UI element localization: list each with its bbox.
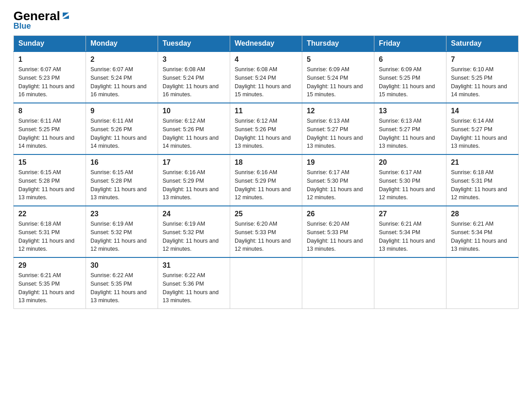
- day-info: Sunrise: 6:12 AMSunset: 5:26 PMDaylight:…: [163, 118, 219, 149]
- calendar-cell: 23 Sunrise: 6:19 AMSunset: 5:32 PMDaylig…: [86, 206, 158, 257]
- day-number: 2: [90, 56, 153, 64]
- logo: General Blue: [13, 9, 71, 31]
- day-number: 24: [163, 210, 225, 218]
- calendar-cell: [230, 257, 302, 309]
- calendar-cell: 20 Sunrise: 6:17 AMSunset: 5:30 PMDaylig…: [374, 154, 446, 206]
- day-info: Sunrise: 6:22 AMSunset: 5:36 PMDaylight:…: [163, 272, 219, 304]
- weekday-header: Thursday: [302, 36, 374, 52]
- weekday-header: Wednesday: [230, 36, 302, 52]
- day-number: 6: [379, 56, 442, 64]
- day-info: Sunrise: 6:22 AMSunset: 5:35 PMDaylight:…: [90, 272, 146, 304]
- calendar-cell: 28 Sunrise: 6:21 AMSunset: 5:34 PMDaylig…: [446, 206, 519, 257]
- calendar-cell: 11 Sunrise: 6:12 AMSunset: 5:26 PMDaylig…: [230, 103, 302, 154]
- calendar-cell: 7 Sunrise: 6:10 AMSunset: 5:25 PMDayligh…: [446, 51, 519, 103]
- day-info: Sunrise: 6:17 AMSunset: 5:30 PMDaylight:…: [307, 169, 363, 201]
- calendar-cell: [446, 257, 519, 309]
- calendar-cell: 18 Sunrise: 6:16 AMSunset: 5:29 PMDaylig…: [230, 154, 302, 206]
- day-info: Sunrise: 6:20 AMSunset: 5:33 PMDaylight:…: [235, 221, 291, 252]
- calendar-cell: 3 Sunrise: 6:08 AMSunset: 5:24 PMDayligh…: [158, 51, 230, 103]
- calendar-cell: 12 Sunrise: 6:13 AMSunset: 5:27 PMDaylig…: [302, 103, 374, 154]
- calendar-cell: 24 Sunrise: 6:19 AMSunset: 5:32 PMDaylig…: [158, 206, 230, 257]
- day-info: Sunrise: 6:21 AMSunset: 5:35 PMDaylight:…: [18, 272, 74, 304]
- calendar-cell: 26 Sunrise: 6:20 AMSunset: 5:33 PMDaylig…: [302, 206, 374, 257]
- calendar-cell: 4 Sunrise: 6:08 AMSunset: 5:24 PMDayligh…: [230, 51, 302, 103]
- day-number: 5: [307, 56, 369, 64]
- calendar-cell: 16 Sunrise: 6:15 AMSunset: 5:28 PMDaylig…: [86, 154, 158, 206]
- day-info: Sunrise: 6:18 AMSunset: 5:31 PMDaylight:…: [451, 169, 507, 201]
- day-number: 1: [18, 56, 81, 64]
- day-number: 28: [451, 210, 514, 218]
- calendar-cell: 8 Sunrise: 6:11 AMSunset: 5:25 PMDayligh…: [14, 103, 86, 154]
- day-number: 16: [90, 158, 153, 167]
- day-number: 25: [235, 210, 297, 218]
- day-info: Sunrise: 6:13 AMSunset: 5:27 PMDaylight:…: [379, 118, 435, 149]
- calendar-cell: 5 Sunrise: 6:09 AMSunset: 5:24 PMDayligh…: [302, 51, 374, 103]
- day-info: Sunrise: 6:09 AMSunset: 5:25 PMDaylight:…: [379, 66, 435, 98]
- day-info: Sunrise: 6:17 AMSunset: 5:30 PMDaylight:…: [379, 169, 435, 201]
- day-info: Sunrise: 6:14 AMSunset: 5:27 PMDaylight:…: [451, 118, 507, 149]
- calendar-header-row: SundayMondayTuesdayWednesdayThursdayFrid…: [14, 36, 519, 52]
- calendar-cell: 22 Sunrise: 6:18 AMSunset: 5:31 PMDaylig…: [14, 206, 86, 257]
- day-info: Sunrise: 6:08 AMSunset: 5:24 PMDaylight:…: [235, 66, 291, 98]
- calendar-week-row: 8 Sunrise: 6:11 AMSunset: 5:25 PMDayligh…: [14, 103, 519, 154]
- day-number: 31: [163, 261, 225, 270]
- day-info: Sunrise: 6:15 AMSunset: 5:28 PMDaylight:…: [90, 169, 146, 201]
- calendar-week-row: 15 Sunrise: 6:15 AMSunset: 5:28 PMDaylig…: [14, 154, 519, 206]
- weekday-header: Monday: [86, 36, 158, 52]
- day-info: Sunrise: 6:19 AMSunset: 5:32 PMDaylight:…: [90, 221, 146, 252]
- calendar-week-row: 1 Sunrise: 6:07 AMSunset: 5:23 PMDayligh…: [14, 51, 519, 103]
- day-info: Sunrise: 6:13 AMSunset: 5:27 PMDaylight:…: [307, 118, 363, 149]
- day-info: Sunrise: 6:08 AMSunset: 5:24 PMDaylight:…: [163, 66, 219, 98]
- day-info: Sunrise: 6:21 AMSunset: 5:34 PMDaylight:…: [451, 221, 507, 252]
- day-info: Sunrise: 6:10 AMSunset: 5:25 PMDaylight:…: [451, 66, 507, 98]
- day-number: 9: [90, 107, 153, 115]
- calendar-cell: 27 Sunrise: 6:21 AMSunset: 5:34 PMDaylig…: [374, 206, 446, 257]
- calendar-cell: 31 Sunrise: 6:22 AMSunset: 5:36 PMDaylig…: [158, 257, 230, 309]
- day-number: 13: [379, 107, 442, 115]
- day-info: Sunrise: 6:16 AMSunset: 5:29 PMDaylight:…: [235, 169, 291, 201]
- calendar-cell: 9 Sunrise: 6:11 AMSunset: 5:26 PMDayligh…: [86, 103, 158, 154]
- calendar-cell: [374, 257, 446, 309]
- day-number: 20: [379, 158, 442, 167]
- day-number: 27: [379, 210, 442, 218]
- calendar-week-row: 29 Sunrise: 6:21 AMSunset: 5:35 PMDaylig…: [14, 257, 519, 309]
- weekday-header: Sunday: [14, 36, 86, 52]
- calendar-cell: 30 Sunrise: 6:22 AMSunset: 5:35 PMDaylig…: [86, 257, 158, 309]
- calendar-cell: 21 Sunrise: 6:18 AMSunset: 5:31 PMDaylig…: [446, 154, 519, 206]
- day-info: Sunrise: 6:20 AMSunset: 5:33 PMDaylight:…: [307, 221, 363, 252]
- day-info: Sunrise: 6:12 AMSunset: 5:26 PMDaylight:…: [235, 118, 291, 149]
- weekday-header: Tuesday: [158, 36, 230, 52]
- calendar-cell: 25 Sunrise: 6:20 AMSunset: 5:33 PMDaylig…: [230, 206, 302, 257]
- day-number: 22: [18, 210, 81, 218]
- calendar-cell: 19 Sunrise: 6:17 AMSunset: 5:30 PMDaylig…: [302, 154, 374, 206]
- day-number: 18: [235, 158, 297, 167]
- calendar-cell: 6 Sunrise: 6:09 AMSunset: 5:25 PMDayligh…: [374, 51, 446, 103]
- day-info: Sunrise: 6:07 AMSunset: 5:24 PMDaylight:…: [90, 66, 146, 98]
- calendar-cell: 1 Sunrise: 6:07 AMSunset: 5:23 PMDayligh…: [14, 51, 86, 103]
- day-number: 30: [90, 261, 153, 270]
- calendar-cell: 10 Sunrise: 6:12 AMSunset: 5:26 PMDaylig…: [158, 103, 230, 154]
- day-number: 17: [163, 158, 225, 167]
- day-number: 14: [451, 107, 514, 115]
- day-number: 21: [451, 158, 514, 167]
- calendar-week-row: 22 Sunrise: 6:18 AMSunset: 5:31 PMDaylig…: [14, 206, 519, 257]
- calendar-cell: [302, 257, 374, 309]
- calendar-table: SundayMondayTuesdayWednesdayThursdayFrid…: [13, 35, 519, 309]
- calendar-cell: 15 Sunrise: 6:15 AMSunset: 5:28 PMDaylig…: [14, 154, 86, 206]
- calendar-cell: 2 Sunrise: 6:07 AMSunset: 5:24 PMDayligh…: [86, 51, 158, 103]
- day-number: 12: [307, 107, 369, 115]
- day-number: 3: [163, 56, 225, 64]
- calendar-cell: 13 Sunrise: 6:13 AMSunset: 5:27 PMDaylig…: [374, 103, 446, 154]
- day-number: 4: [235, 56, 297, 64]
- day-info: Sunrise: 6:18 AMSunset: 5:31 PMDaylight:…: [18, 221, 74, 252]
- day-info: Sunrise: 6:16 AMSunset: 5:29 PMDaylight:…: [163, 169, 219, 201]
- day-number: 8: [18, 107, 81, 115]
- day-info: Sunrise: 6:15 AMSunset: 5:28 PMDaylight:…: [18, 169, 74, 201]
- calendar-cell: 17 Sunrise: 6:16 AMSunset: 5:29 PMDaylig…: [158, 154, 230, 206]
- day-number: 23: [90, 210, 153, 218]
- day-number: 15: [18, 158, 81, 167]
- page-header: General Blue: [13, 9, 519, 31]
- logo-triangle-icon: [61, 11, 71, 21]
- calendar-cell: 29 Sunrise: 6:21 AMSunset: 5:35 PMDaylig…: [14, 257, 86, 309]
- day-number: 19: [307, 158, 369, 167]
